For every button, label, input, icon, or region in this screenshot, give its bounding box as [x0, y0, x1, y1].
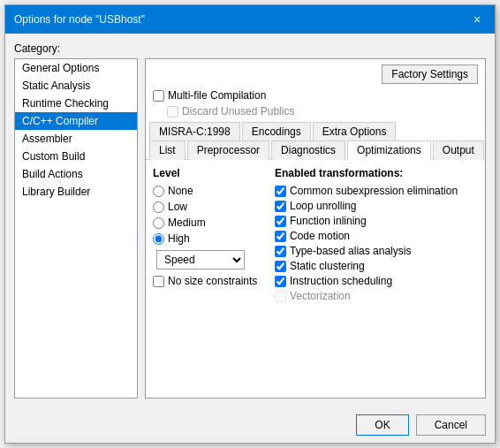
radio-label-high: High [168, 232, 190, 245]
trans-checkbox-static-clustering[interactable] [275, 261, 286, 272]
radio-label-low: Low [168, 201, 187, 213]
trans-item-loop-unrolling: Loop unrolling [275, 200, 478, 212]
cancel-button[interactable]: Cancel [416, 414, 486, 436]
close-button[interactable]: × [468, 11, 486, 28]
trans-checkbox-vectorization [275, 291, 286, 302]
factory-settings-bar: Factory Settings [146, 59, 485, 87]
trans-label-cse: Common subexpression elimination [290, 185, 458, 197]
main-area: General OptionsStatic AnalysisRuntime Ch… [14, 58, 486, 399]
no-size-checkbox[interactable] [153, 276, 164, 287]
trans-label-static-clustering: Static clustering [290, 260, 365, 272]
tabs-row1: MISRA-C:1998EncodingsExtra Options [146, 121, 485, 140]
category-item-custom-build[interactable]: Custom Build [15, 148, 137, 165]
multifile-row: Multi-file Compilation [146, 87, 485, 103]
trans-checkbox-loop-unrolling[interactable] [275, 201, 286, 212]
transformations-section: Enabled transformations: Common subexpre… [275, 167, 478, 391]
dialog: Options for node "USBhost" × Category: G… [4, 4, 496, 444]
speed-select[interactable]: Speed [156, 250, 245, 270]
transformations-title: Enabled transformations: [275, 167, 478, 179]
trans-item-instruction-scheduling: Instruction scheduling [275, 275, 478, 287]
trans-checkbox-instruction-scheduling[interactable] [275, 276, 286, 287]
no-size-row: No size constraints [153, 275, 268, 287]
radio-option-none: None [153, 185, 268, 197]
category-item-build-actions[interactable]: Build Actions [15, 165, 137, 183]
content-area: Factory Settings Multi-file Compilation … [145, 58, 486, 399]
tab-extra-options[interactable]: Extra Options [313, 122, 397, 140]
trans-item-type-alias: Type-based alias analysis [275, 245, 478, 257]
tabs-wrapper-row1: MISRA-C:1998EncodingsExtra Options ListP… [146, 121, 485, 160]
multifile-label: Multi-file Compilation [168, 89, 266, 102]
radio-option-medium: Medium [153, 216, 268, 229]
category-label: Category: [14, 42, 486, 55]
trans-label-code-motion: Code motion [290, 230, 350, 242]
ok-button[interactable]: OK [356, 414, 408, 436]
trans-label-function-inlining: Function inlining [290, 215, 367, 227]
radio-label-none: None [168, 185, 193, 197]
multifile-checkbox-label: Multi-file Compilation [153, 89, 266, 102]
category-list: General OptionsStatic AnalysisRuntime Ch… [14, 58, 138, 399]
factory-settings-button[interactable]: Factory Settings [382, 65, 478, 84]
title-bar: Options for node "USBhost" × [5, 5, 495, 34]
radio-option-low: Low [153, 201, 268, 213]
category-item-general-options[interactable]: General Options [15, 59, 137, 77]
trans-label-type-alias: Type-based alias analysis [290, 245, 411, 257]
level-title: Level [153, 167, 268, 179]
tab-output[interactable]: Output [433, 140, 484, 160]
trans-label-instruction-scheduling: Instruction scheduling [290, 275, 392, 287]
radio-high[interactable] [153, 233, 164, 245]
radio-options-container: NoneLowMediumHigh [153, 185, 268, 245]
radio-label-medium: Medium [168, 216, 206, 229]
tabs-row2: ListPreprocessorDiagnosticsOptimizations… [146, 140, 485, 159]
trans-checkbox-function-inlining[interactable] [275, 216, 286, 227]
speed-select-row: Speed [156, 250, 268, 270]
transformations-container: Common subexpression eliminationLoop unr… [275, 185, 478, 302]
trans-item-code-motion: Code motion [275, 230, 478, 242]
trans-checkbox-code-motion[interactable] [275, 231, 286, 242]
trans-item-function-inlining: Function inlining [275, 215, 478, 227]
multifile-checkbox[interactable] [153, 90, 164, 102]
dialog-body: Category: General OptionsStatic Analysis… [5, 34, 495, 407]
radio-option-high: High [153, 232, 268, 245]
tab-encodings[interactable]: Encodings [242, 122, 311, 140]
category-item-runtime-checking[interactable]: Runtime Checking [15, 95, 137, 112]
category-item-assembler[interactable]: Assembler [15, 130, 137, 148]
tab-section: Level NoneLowMediumHigh Speed No size co… [146, 160, 485, 398]
trans-checkbox-type-alias[interactable] [275, 246, 286, 257]
tab-list[interactable]: List [149, 140, 186, 160]
trans-item-cse: Common subexpression elimination [275, 185, 478, 197]
dialog-title: Options for node "USBhost" [14, 13, 145, 26]
tab-optimizations[interactable]: Optimizations [347, 140, 431, 160]
radio-low[interactable] [153, 201, 164, 213]
tab-preprocessor[interactable]: Preprocessor [187, 140, 269, 160]
discard-row: Discard Unused Publics [146, 103, 485, 121]
radio-none[interactable] [153, 186, 164, 197]
trans-item-static-clustering: Static clustering [275, 260, 478, 272]
dialog-footer: OK Cancel [5, 407, 495, 443]
category-item-cpp-compiler[interactable]: C/C++ Compiler [15, 112, 137, 130]
category-item-static-analysis[interactable]: Static Analysis [15, 77, 137, 95]
level-section: Level NoneLowMediumHigh Speed No size co… [153, 167, 268, 391]
tab-diagnostics[interactable]: Diagnostics [271, 140, 345, 160]
trans-label-vectorization: Vectorization [290, 290, 351, 302]
discard-label: Discard Unused Publics [182, 105, 294, 118]
tab-misra-1998[interactable]: MISRA-C:1998 [149, 122, 240, 140]
trans-checkbox-cse[interactable] [275, 186, 286, 197]
discard-checkbox [167, 106, 178, 118]
no-size-label: No size constraints [168, 275, 257, 287]
category-item-library-builder[interactable]: Library Builder [15, 183, 137, 201]
trans-label-loop-unrolling: Loop unrolling [290, 200, 356, 212]
trans-item-vectorization: Vectorization [275, 290, 478, 302]
radio-medium[interactable] [153, 217, 164, 229]
